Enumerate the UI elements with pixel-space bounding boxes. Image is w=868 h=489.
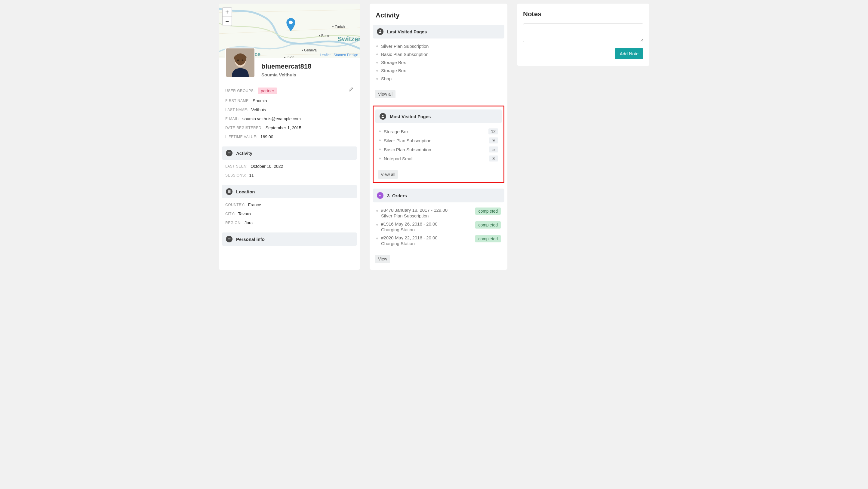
visit-count: 5: [489, 147, 498, 152]
list-item[interactable]: Shop: [374, 74, 503, 83]
map-attribution: Leaflet | Stamen Design: [320, 53, 358, 57]
status-badge: completed: [475, 221, 501, 228]
date-registered: September 1, 2015: [266, 125, 301, 130]
list-item[interactable]: Notepad Small3: [377, 154, 500, 163]
svg-rect-19: [228, 190, 231, 191]
svg-rect-23: [228, 239, 231, 239]
status-badge: completed: [475, 208, 501, 215]
user-fullname: Soumia Velthuis: [261, 72, 311, 77]
list-item[interactable]: Silver Plan Subscription: [374, 42, 503, 50]
svg-rect-22: [228, 238, 231, 239]
list-item[interactable]: Basic Plan Subscription: [374, 50, 503, 58]
svg-point-14: [237, 60, 239, 61]
stamen-link[interactable]: Stamen Design: [334, 53, 358, 57]
list-item[interactable]: Storage Box: [374, 58, 503, 66]
activity-title: Activity: [373, 10, 504, 25]
avatar: [225, 48, 255, 78]
notes-card: Notes Add Note: [517, 4, 649, 66]
svg-rect-20: [228, 191, 231, 192]
svg-rect-16: [228, 152, 231, 152]
user-group-badge: partner: [258, 88, 277, 94]
city: Tavaux: [238, 211, 251, 216]
location-section-header[interactable]: Location: [222, 185, 357, 198]
view-orders-button[interactable]: View: [375, 255, 390, 263]
lifetime-value: 169.00: [260, 134, 273, 139]
zoom-out-button[interactable]: −: [223, 17, 231, 26]
list-item[interactable]: Storage Box12: [377, 127, 500, 136]
map-zoom-controls: + −: [222, 7, 232, 26]
list-item[interactable]: Silver Plan Subscription9: [377, 136, 500, 145]
svg-rect-21: [228, 192, 231, 193]
note-input[interactable]: [523, 24, 643, 42]
leaflet-link[interactable]: Leaflet: [320, 53, 331, 57]
list-icon: [226, 236, 232, 242]
svg-text:Zurich: Zurich: [335, 25, 345, 29]
view-all-last-visited-button[interactable]: View all: [375, 90, 396, 98]
user-icon: [377, 28, 383, 35]
visit-count: 3: [489, 155, 498, 161]
cart-icon: w: [377, 192, 383, 199]
order-row[interactable]: #3478 January 18, 2017 - 129.00Silver Pl…: [374, 206, 503, 220]
email: soumia.velthuis@example.com: [242, 116, 301, 121]
list-icon: [226, 150, 232, 156]
user-groups-label: USER GROUPS:: [225, 89, 255, 93]
list-item[interactable]: Basic Plan Subscription5: [377, 145, 500, 154]
last-seen: October 10, 2022: [251, 164, 283, 169]
user-icon: [379, 113, 386, 120]
notes-title: Notes: [523, 10, 643, 18]
orders-header: w 3 Orders: [373, 189, 504, 203]
sessions-count: 11: [249, 173, 254, 178]
visit-count: 12: [489, 128, 498, 134]
most-visited-highlight: Most Visited Pages Storage Box12Silver P…: [373, 105, 504, 183]
svg-point-2: [332, 26, 334, 27]
svg-point-4: [319, 35, 320, 36]
svg-point-15: [242, 60, 244, 61]
svg-point-11: [289, 21, 292, 24]
last-visited-header: Last Visited Pages: [373, 25, 504, 38]
svg-rect-17: [228, 153, 231, 153]
list-icon: [226, 188, 232, 195]
svg-point-6: [302, 50, 303, 51]
zoom-in-button[interactable]: +: [223, 7, 231, 17]
svg-rect-24: [228, 240, 231, 240]
status-badge: completed: [475, 235, 501, 242]
svg-point-26: [382, 115, 384, 117]
svg-text:Bern: Bern: [321, 34, 329, 38]
user-profile-card: Switzerland Zurich Bern Geneva Lyon Fran…: [219, 4, 360, 270]
add-note-button[interactable]: Add Note: [615, 48, 643, 59]
visit-count: 9: [489, 137, 498, 144]
list-item[interactable]: Storage Box: [374, 66, 503, 74]
most-visited-header: Most Visited Pages: [375, 110, 502, 123]
svg-point-25: [379, 30, 381, 32]
view-all-most-visited-button[interactable]: View all: [378, 170, 398, 179]
svg-rect-18: [228, 154, 231, 154]
svg-text:Geneva: Geneva: [304, 48, 317, 52]
first-name: Soumia: [253, 98, 267, 103]
country: France: [248, 203, 261, 207]
activity-card: Activity Last Visited Pages Silver Plan …: [370, 4, 507, 270]
personal-info-section-header[interactable]: Personal info: [222, 233, 357, 246]
svg-text:Lyon: Lyon: [287, 55, 294, 58]
svg-text:w: w: [379, 194, 381, 197]
region: Jura: [245, 220, 253, 225]
last-name: Velthuis: [251, 108, 266, 112]
order-row[interactable]: #2020 May 22, 2016 - 20.00Charging Stati…: [374, 234, 503, 247]
activity-section-header[interactable]: Activity: [222, 147, 357, 160]
edit-icon[interactable]: [349, 87, 353, 93]
username: bluemeercat818: [261, 63, 311, 70]
map-pin-icon: [286, 18, 296, 31]
svg-text:Switzerland: Switzerland: [337, 35, 360, 43]
order-row[interactable]: #1916 May 26, 2016 - 20.00Charging Stati…: [374, 220, 503, 234]
